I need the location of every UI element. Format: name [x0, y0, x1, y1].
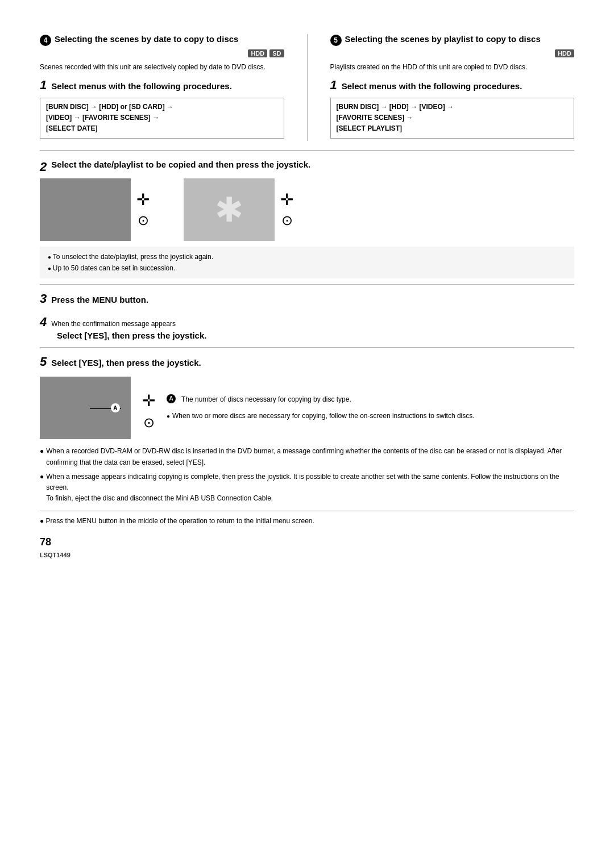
- step5-image-wrap: A: [40, 377, 131, 439]
- bullet-1: To unselect the date/playlist, press the…: [48, 251, 566, 262]
- step5-content: A ✛ ⊙ A The number of discs necessary fo…: [40, 377, 574, 439]
- note-1: ● When a recorded DVD-RAM or DVD-RW disc…: [40, 446, 574, 468]
- confirm-icon: ⊙: [138, 212, 149, 228]
- desc-5: Playlists created on the HDD of this uni…: [330, 62, 575, 72]
- step5-thumbnail: A: [40, 377, 131, 439]
- col-divider: [307, 34, 308, 141]
- date-thumbnail: [40, 178, 131, 241]
- step4-row: 4 When the confirmation message appears: [40, 315, 574, 329]
- desc-4: Scenes recorded with this unit are selec…: [40, 62, 284, 72]
- circle-4: 4: [40, 35, 51, 46]
- step3-section: 3 Press the MENU button.: [40, 284, 574, 308]
- joystick-right: ✛ ⊙: [280, 190, 293, 228]
- page-number: 78 LSQT1449: [40, 536, 574, 560]
- step1-4: 1 Select menus with the following proced…: [40, 78, 284, 94]
- notes-section: ● When a recorded DVD-RAM or DVD-RW disc…: [40, 446, 574, 504]
- step2-images: ✛ ⊙ ✛ ⊙: [40, 178, 574, 241]
- badges-row-4: HDD SD: [40, 49, 284, 57]
- dpad-step5: ✛: [142, 391, 155, 410]
- image-group-right: ✛ ⊙: [184, 178, 293, 241]
- badge-hdd-5: HDD: [555, 49, 574, 57]
- col-date: 4 Selecting the scenes by date to copy t…: [40, 34, 284, 141]
- step1-5: 1 Select menus with the following proced…: [330, 78, 575, 94]
- note-a-row: A The number of discs necessary for copy…: [167, 394, 475, 405]
- dpad-icon: ✛: [136, 190, 150, 209]
- image-group-left: ✛ ⊙: [40, 178, 150, 241]
- bottom-note: ● Press the MENU button in the middle of…: [40, 511, 574, 525]
- circle-5: 5: [330, 35, 342, 46]
- lsqt-code: LSQT1449: [40, 552, 70, 558]
- badge-hdd-4: HDD: [248, 49, 267, 57]
- menu-box-5: [BURN DISC] → [HDD] → [VIDEO] → [FAVORIT…: [330, 98, 575, 139]
- step2-section: 2 Select the date/playlist to be copied …: [40, 160, 574, 279]
- note-a-icon: A: [167, 394, 176, 403]
- confirm-step5: ⊙: [143, 415, 155, 431]
- step5-row: 5 Select [YES], then press the joystick.: [40, 354, 574, 371]
- col-playlist: 5 Selecting the scenes by playlist to co…: [330, 34, 575, 141]
- a-marker: A: [111, 403, 120, 412]
- bullet-2: Up to 50 dates can be set in succession.: [48, 262, 566, 274]
- top-section: 4 Selecting the scenes by date to copy t…: [40, 34, 574, 151]
- step5-joystick: ✛ ⊙: [142, 391, 155, 431]
- step5-notes: A The number of discs necessary for copy…: [167, 394, 475, 422]
- step5-section: 5 Select [YES], then press the joystick.…: [40, 347, 574, 439]
- step2-bullets: To unselect the date/playlist, press the…: [40, 247, 574, 279]
- playlist-thumbnail: [184, 178, 275, 241]
- bullet-b: ●: [167, 412, 170, 421]
- section5-title: 5 Selecting the scenes by playlist to co…: [330, 34, 575, 46]
- note-2: ● When a message appears indicating copy…: [40, 471, 574, 504]
- menu-box-4: [BURN DISC] → [HDD] or [SD CARD] → [VIDE…: [40, 98, 284, 139]
- step2-row: 2 Select the date/playlist to be copied …: [40, 160, 574, 175]
- badges-row-5: HDD: [330, 49, 575, 57]
- badge-sd-4: SD: [269, 49, 284, 57]
- confirm-icon-right: ⊙: [281, 212, 293, 228]
- dpad-icon-right: ✛: [280, 190, 293, 209]
- section4-title: 4 Selecting the scenes by date to copy t…: [40, 34, 284, 46]
- joystick-left: ✛ ⊙: [136, 190, 150, 228]
- step4-section: 4 When the confirmation message appears …: [40, 315, 574, 340]
- note-b-row: ● When two or more discs are necessary f…: [167, 411, 475, 422]
